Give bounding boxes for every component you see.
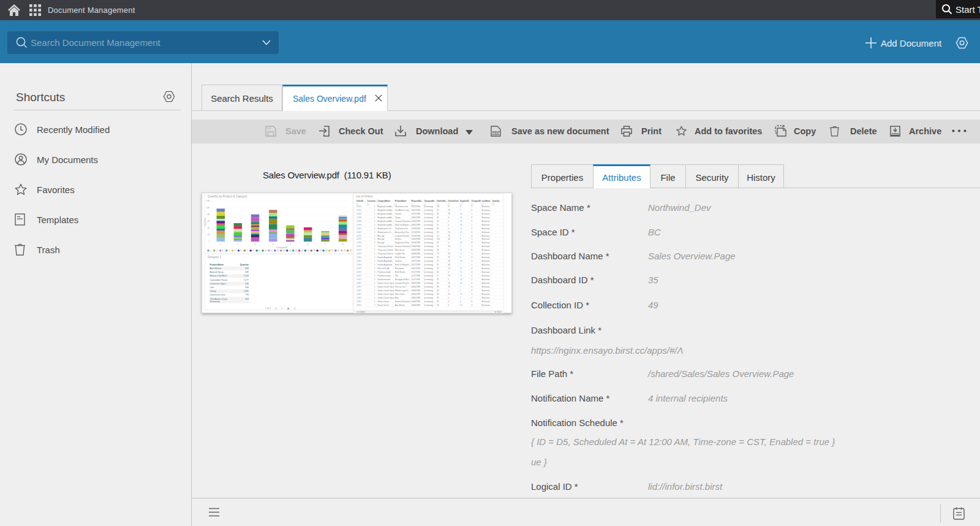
svg-text:04/06/1996: 04/06/1996 <box>412 286 421 288</box>
svg-text:Chang: Chang <box>210 290 216 292</box>
svg-text:(is missing): (is missing) <box>424 253 433 255</box>
svg-text:32: 32 <box>437 278 439 281</box>
svg-text:(is missing): (is missing) <box>424 260 433 262</box>
svg-text:Buchanan: Buchanan <box>482 227 490 230</box>
svg-text:13: 13 <box>460 260 462 262</box>
svg-text:2: 2 <box>216 250 217 252</box>
svg-text:10637: 10637 <box>356 231 361 234</box>
svg-text:10588: 10588 <box>356 216 361 219</box>
svg-text:Berglunds snabbk...: Berglunds snabbk... <box>378 209 394 212</box>
svg-text:92: 92 <box>437 304 439 307</box>
svg-text:Buchanan: Buchanan <box>482 286 490 288</box>
svg-text:(is missing): (is missing) <box>424 209 433 212</box>
svg-text:11: 11 <box>271 250 273 252</box>
svg-text:1,103: 1,103 <box>244 275 249 277</box>
svg-text:Nord-Ost Matjesh....: Nord-Ost Matjesh.... <box>395 264 411 266</box>
svg-text:(is missing): (is missing) <box>424 278 433 281</box>
svg-text:91: 91 <box>437 209 439 212</box>
svg-text:(is missing): (is missing) <box>424 216 433 219</box>
svg-text:10675: 10675 <box>356 275 361 277</box>
svg-text:10/21/1996: 10/21/1996 <box>412 205 421 208</box>
svg-text:Buchanan: Buchanan <box>482 235 490 237</box>
svg-text:Blondel pere et fi...: Blondel pere et fi... <box>378 231 393 234</box>
svg-text:01/03/1996: 01/03/1996 <box>412 242 421 244</box>
svg-text:Alice Mutton: Alice Mutton <box>395 304 405 307</box>
svg-text:10679: 10679 <box>356 267 361 270</box>
svg-text:Seasoning: Seasoning <box>210 300 220 303</box>
svg-text:19: 19 <box>460 267 462 270</box>
svg-text:10874: 10874 <box>356 297 361 299</box>
svg-text:70: 70 <box>448 267 451 270</box>
svg-text:Chang: Chang <box>395 216 401 219</box>
svg-text:11/17/1995: 11/17/1995 <box>412 278 421 281</box>
svg-text:328: 328 <box>245 271 249 273</box>
svg-text:7: 7 <box>325 243 326 246</box>
svg-text:26: 26 <box>460 213 462 215</box>
svg-text:09/08/1996: 09/08/1996 <box>412 245 421 248</box>
svg-text:(is missing): (is missing) <box>424 256 433 259</box>
svg-text:(is missing): (is missing) <box>424 227 433 230</box>
svg-text:40: 40 <box>448 238 451 240</box>
svg-text:21: 21 <box>460 231 462 234</box>
svg-text:10675: 10675 <box>356 278 361 281</box>
svg-text:22: 22 <box>337 250 340 252</box>
svg-text:878: 878 <box>245 267 249 270</box>
svg-text:17: 17 <box>460 253 462 255</box>
svg-text:33: 33 <box>437 249 439 251</box>
svg-text:11/17/1995: 11/17/1995 <box>412 275 421 277</box>
svg-text:Buchanan: Buchanan <box>482 300 490 303</box>
svg-text:Berglunds snabbk...: Berglunds snabbk... <box>378 213 394 215</box>
svg-text:96: 96 <box>437 242 439 244</box>
svg-text:10674: 10674 <box>356 249 361 251</box>
svg-text:16: 16 <box>460 304 462 307</box>
svg-text:10650: 10650 <box>356 264 361 266</box>
svg-text:(is missing): (is missing) <box>424 205 433 208</box>
svg-text:Buchanan: Buchanan <box>482 205 490 208</box>
svg-text:95: 95 <box>448 245 451 248</box>
svg-text:35: 35 <box>437 224 439 226</box>
svg-text:55: 55 <box>437 256 439 259</box>
svg-text:Chop-suey Chinese: Chop-suey Chinese <box>378 245 394 248</box>
svg-text:Bon app': Bon app' <box>378 242 385 244</box>
svg-text:0: 0 <box>209 240 210 243</box>
svg-text:UnitsOnOrd...: UnitsOnOrd... <box>448 200 460 202</box>
svg-text:3: 3 <box>255 243 256 246</box>
svg-text:Buchanan: Buchanan <box>482 238 490 240</box>
svg-text:Chef Anton's Caju...: Chef Anton's Caju... <box>395 209 411 212</box>
svg-text:70: 70 <box>448 282 451 284</box>
svg-text:Berglunds snabbk...: Berglunds snabbk... <box>378 216 394 219</box>
svg-text:Pavlova: Pavlova <box>395 238 402 240</box>
svg-text:40: 40 <box>448 264 451 266</box>
svg-text:Nord-Ost Matjesh....: Nord-Ost Matjesh.... <box>395 224 411 226</box>
svg-text:Hanari Carnes: Hanari Carnes <box>378 300 390 303</box>
svg-text:3: 3 <box>222 250 224 252</box>
svg-text:18: 18 <box>313 250 315 252</box>
svg-text:Buchanan: Buchanan <box>482 231 490 234</box>
svg-text:Perth Pasties: Perth Pasties <box>395 271 406 273</box>
svg-text:(is missing): (is missing) <box>424 282 433 284</box>
svg-text:10952: 10952 <box>356 304 361 307</box>
svg-text:95: 95 <box>448 253 451 255</box>
svg-text:04/30/1996: 04/30/1996 <box>412 304 421 307</box>
svg-text:Guarana Fantastica: Guarana Fantastica <box>395 245 411 248</box>
svg-text:Familia Arquibaldo: Familia Arquibaldo <box>378 256 393 259</box>
svg-text:110: 110 <box>437 238 440 240</box>
svg-text:⇅ 91,3: ⇅ 91,3 <box>495 311 501 313</box>
svg-text:10675: 10675 <box>356 271 361 273</box>
svg-text:Tourtiere: Tourtiere <box>395 260 402 262</box>
svg-text:(is missing): (is missing) <box>424 286 433 288</box>
svg-text:(is missing): (is missing) <box>424 245 433 248</box>
svg-text:9: 9 <box>258 250 260 252</box>
svg-text:Longlife Tofu: Longlife Tofu <box>395 253 405 255</box>
svg-text:List of Orders: List of Orders <box>356 195 373 198</box>
svg-text:13: 13 <box>460 216 462 219</box>
svg-text:Escargots de Bou....: Escargots de Bou.... <box>395 278 411 281</box>
svg-text:Berglunds snabbk...: Berglunds snabbk... <box>378 205 394 208</box>
svg-text:95: 95 <box>448 260 451 262</box>
svg-text:10674: 10674 <box>356 253 361 255</box>
svg-text:13: 13 <box>283 250 285 252</box>
svg-text:04/05/1996: 04/05/1996 <box>412 297 421 299</box>
svg-text:15: 15 <box>460 227 462 230</box>
svg-text:Frankenversand: Frankenversand <box>378 271 391 273</box>
svg-text:5: 5 <box>290 243 291 246</box>
